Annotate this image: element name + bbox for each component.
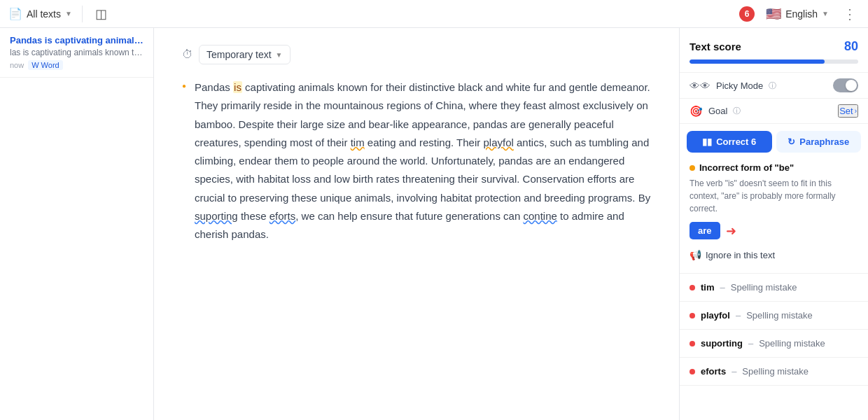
chevron-down-icon: ▼ bbox=[65, 10, 72, 18]
set-goal-button[interactable]: Set › bbox=[838, 104, 858, 118]
clock-icon: ⏱ bbox=[182, 48, 193, 61]
arrow-right-icon: ➜ bbox=[726, 223, 736, 239]
spell-dot-icon bbox=[690, 313, 695, 318]
goal-label: Goal bbox=[708, 106, 727, 116]
spell-word: suporting bbox=[701, 338, 743, 349]
spelling-item-suporting[interactable]: suporting – Spelling mistake bbox=[680, 330, 868, 358]
doc-title-button[interactable]: Temporary text ▼ bbox=[199, 45, 290, 64]
score-bar-background bbox=[690, 59, 858, 64]
picky-mode-left: 👁👁 Picky Mode ⓘ bbox=[690, 80, 776, 92]
topbar: 📄 All texts ▼ ◫ 6 🇺🇸 English ▼ ⋮ bbox=[0, 0, 868, 28]
sidebar-item[interactable]: Pandas is captivating animals k... las i… bbox=[0, 28, 153, 78]
spell-dot-icon bbox=[690, 341, 695, 346]
text-pandas: Pandas bbox=[195, 81, 233, 93]
text-is-highlighted: is bbox=[233, 81, 242, 93]
right-panel: Text score 80 👁👁 Picky Mode ⓘ 🎯 Goal bbox=[679, 28, 868, 420]
score-section: Text score 80 bbox=[680, 28, 868, 73]
spell-separator: – bbox=[748, 338, 753, 349]
error-description: The verb "is" doesn't seem to fit in thi… bbox=[690, 177, 858, 215]
flag-icon: 🇺🇸 bbox=[766, 6, 781, 22]
language-selector[interactable]: 🇺🇸 English ▼ bbox=[766, 6, 829, 22]
more-options-button[interactable]: ⋮ bbox=[840, 3, 860, 25]
picky-mode-row: 👁👁 Picky Mode ⓘ bbox=[680, 73, 868, 99]
spell-label: Spelling mistake bbox=[742, 366, 808, 377]
all-texts-label: All texts bbox=[27, 8, 61, 20]
text-eating: eating and resting. Their bbox=[365, 136, 484, 148]
error-title-row: Incorrect form of "be" bbox=[690, 162, 858, 173]
doc-header: ⏱ Temporary text ▼ bbox=[182, 45, 651, 64]
picky-mode-label: Picky Mode bbox=[716, 80, 763, 91]
text-suporting: suporting bbox=[195, 210, 238, 222]
paraphrase-tab[interactable]: ↻ Paraphrase bbox=[776, 131, 862, 153]
text-contine: contine bbox=[523, 210, 556, 222]
picky-mode-info-icon[interactable]: ⓘ bbox=[769, 80, 776, 91]
suggestion-row: are ➜ bbox=[690, 222, 858, 239]
error-title: Incorrect form of "be" bbox=[699, 162, 794, 173]
text-playfol: playfol bbox=[483, 136, 513, 148]
spell-label: Spelling mistake bbox=[759, 338, 825, 349]
set-chevron-icon: › bbox=[855, 107, 857, 115]
word-badge: W Word bbox=[28, 60, 62, 70]
correct-tab[interactable]: ▮▮ Correct 6 bbox=[687, 131, 772, 153]
spelling-item-tim[interactable]: tim – Spelling mistake bbox=[680, 274, 868, 302]
ignore-text: Ignore in this text bbox=[706, 250, 775, 260]
word-icon: W bbox=[31, 61, 38, 69]
doc-title-label: Temporary text bbox=[206, 49, 272, 60]
goal-icon: 🎯 bbox=[690, 105, 703, 118]
spell-label: Spelling mistake bbox=[746, 310, 813, 321]
all-texts-button[interactable]: 📄 All texts ▼ bbox=[8, 7, 72, 20]
word-badge-text: Word bbox=[41, 61, 59, 69]
picky-mode-toggle[interactable] bbox=[833, 78, 858, 92]
text-these: these bbox=[238, 210, 270, 222]
spell-dot-icon bbox=[690, 369, 695, 374]
spelling-item-playfol[interactable]: playfol – Spelling mistake bbox=[680, 302, 868, 330]
score-value: 80 bbox=[844, 39, 858, 54]
picky-mode-icon: 👁👁 bbox=[690, 80, 710, 92]
sidebar-toggle-button[interactable]: ◫ bbox=[92, 4, 110, 24]
toggle-knob bbox=[846, 80, 857, 91]
error-card-be: Incorrect form of "be" The verb "is" doe… bbox=[680, 153, 868, 274]
spell-dot-icon bbox=[690, 285, 695, 290]
paraphrase-tab-label: Paraphrase bbox=[799, 136, 849, 147]
spelling-item-eforts[interactable]: eforts – Spelling mistake bbox=[680, 358, 868, 386]
spell-word: playfol bbox=[701, 310, 730, 321]
sidebar-item-subtitle: las is captivating animals known their d… bbox=[10, 48, 144, 57]
suggestion-button[interactable]: are bbox=[690, 222, 720, 239]
text-comma: , we can help ensure that future generat… bbox=[295, 210, 523, 222]
sidebar-item-date: now bbox=[10, 61, 24, 69]
goal-row: 🎯 Goal ⓘ Set › bbox=[680, 99, 868, 124]
score-bar-fill bbox=[690, 59, 825, 64]
tabs: ▮▮ Correct 6 ↻ Paraphrase bbox=[687, 131, 861, 153]
spell-word: tim bbox=[701, 282, 715, 293]
spell-separator: – bbox=[720, 282, 725, 293]
sidebar-item-title: Pandas is captivating animals k... bbox=[10, 35, 144, 46]
text-tim: tim bbox=[351, 136, 365, 148]
ignore-icon: 📢 bbox=[690, 249, 701, 260]
text-eforts: eforts bbox=[270, 210, 296, 222]
error-dot-icon bbox=[690, 165, 695, 171]
goal-left: 🎯 Goal ⓘ bbox=[690, 105, 741, 118]
paraphrase-tab-icon: ↻ bbox=[788, 136, 795, 147]
spelling-list: tim – Spelling mistake playfol – Spellin… bbox=[680, 274, 868, 386]
score-header: Text score 80 bbox=[690, 39, 858, 54]
sidebar: Pandas is captivating animals k... las i… bbox=[0, 28, 154, 420]
doc-title-chevron-icon: ▼ bbox=[276, 51, 283, 59]
spell-separator: – bbox=[732, 366, 736, 377]
set-label: Set bbox=[839, 106, 853, 116]
lang-chevron-icon: ▼ bbox=[822, 10, 829, 18]
correct-tab-label: Correct 6 bbox=[716, 136, 756, 147]
spell-separator: – bbox=[736, 310, 741, 321]
topbar-divider bbox=[82, 6, 83, 22]
main-content: Pandas is captivating animals k... las i… bbox=[0, 28, 868, 420]
editor: ⏱ Temporary text ▼ Pandas is captivating… bbox=[154, 28, 679, 420]
language-label: English bbox=[785, 8, 818, 20]
correct-tab-icon: ▮▮ bbox=[702, 136, 712, 147]
badge-count: 6 bbox=[739, 6, 755, 22]
spell-word: eforts bbox=[701, 366, 726, 377]
document-icon: 📄 bbox=[8, 7, 22, 20]
ignore-row[interactable]: 📢 Ignore in this text bbox=[690, 246, 858, 263]
document-body: Pandas is captivating animals known for … bbox=[182, 78, 651, 244]
score-label: Text score bbox=[690, 41, 741, 52]
goal-info-icon[interactable]: ⓘ bbox=[733, 106, 741, 116]
spell-label: Spelling mistake bbox=[731, 282, 797, 293]
